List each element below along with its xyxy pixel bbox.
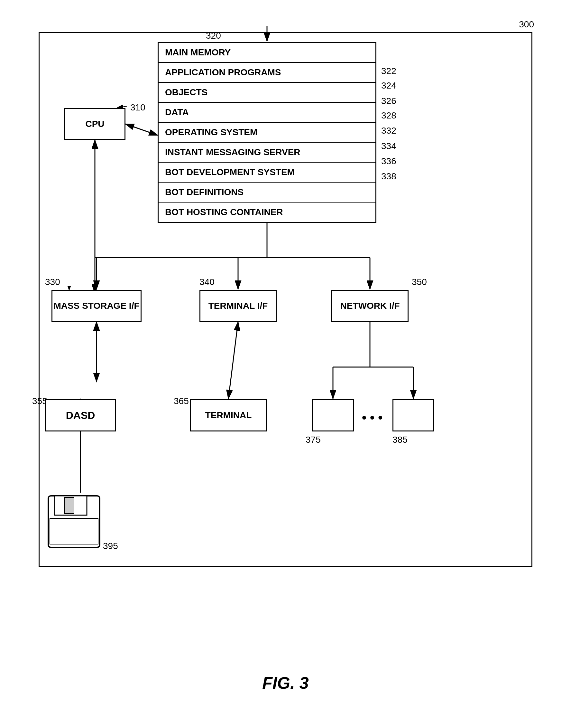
memory-row-data: DATA bbox=[158, 103, 375, 123]
memory-row-bot-host: BOT HOSTING CONTAINER bbox=[158, 202, 375, 222]
memory-row-im: INSTANT MESSAGING SERVER bbox=[158, 143, 375, 163]
network-if-label: NETWORK I/F bbox=[340, 301, 399, 311]
memory-row-objects: OBJECTS bbox=[158, 83, 375, 103]
memory-row-os: OPERATING SYSTEM bbox=[158, 123, 375, 143]
dasd-box: DASD bbox=[45, 399, 116, 432]
svg-line-24 bbox=[117, 106, 127, 107]
svg-rect-3 bbox=[64, 497, 74, 514]
terminal-box: TERMINAL bbox=[190, 399, 267, 432]
svg-line-10 bbox=[125, 124, 158, 135]
memory-row-bot-dev: BOT DEVELOPMENT SYSTEM bbox=[158, 163, 375, 183]
net-device-375 bbox=[312, 399, 354, 432]
memory-row-bot-def: BOT DEFINITIONS bbox=[158, 183, 375, 202]
net-device-385 bbox=[392, 399, 434, 432]
cpu-label: CPU bbox=[85, 119, 104, 129]
svg-rect-2 bbox=[50, 518, 98, 544]
terminal-label: TERMINAL bbox=[205, 410, 252, 421]
dasd-label: DASD bbox=[66, 410, 95, 422]
memory-row-app: APPLICATION PROGRAMS bbox=[158, 63, 375, 83]
mass-storage-label: MASS STORAGE I/F bbox=[53, 301, 139, 311]
cpu-box: CPU bbox=[64, 108, 125, 140]
mass-storage-box: MASS STORAGE I/F bbox=[51, 290, 141, 322]
main-memory-box: MAIN MEMORY APPLICATION PROGRAMS OBJECTS… bbox=[158, 42, 376, 223]
terminal-if-box: TERMINAL I/F bbox=[200, 290, 277, 322]
terminal-if-label: TERMINAL I/F bbox=[209, 301, 268, 311]
floppy-disk-icon bbox=[45, 492, 103, 551]
memory-row-main: MAIN MEMORY bbox=[158, 43, 375, 63]
network-if-box: NETWORK I/F bbox=[331, 290, 409, 322]
svg-line-19 bbox=[228, 322, 238, 398]
